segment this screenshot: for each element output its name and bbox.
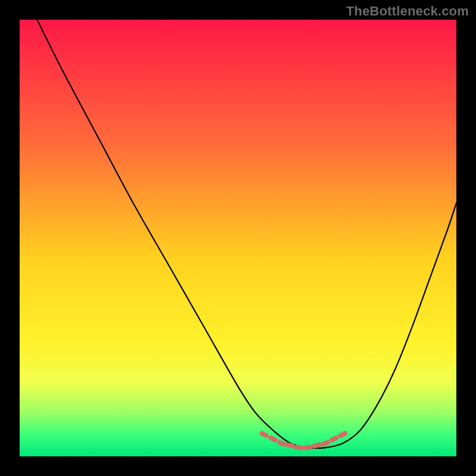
watermark-text: TheBottleneck.com <box>346 4 469 19</box>
gradient-background <box>20 20 456 456</box>
chart-frame: TheBottleneck.com <box>0 0 476 476</box>
chart-svg <box>20 20 456 456</box>
plot-area <box>20 20 456 456</box>
